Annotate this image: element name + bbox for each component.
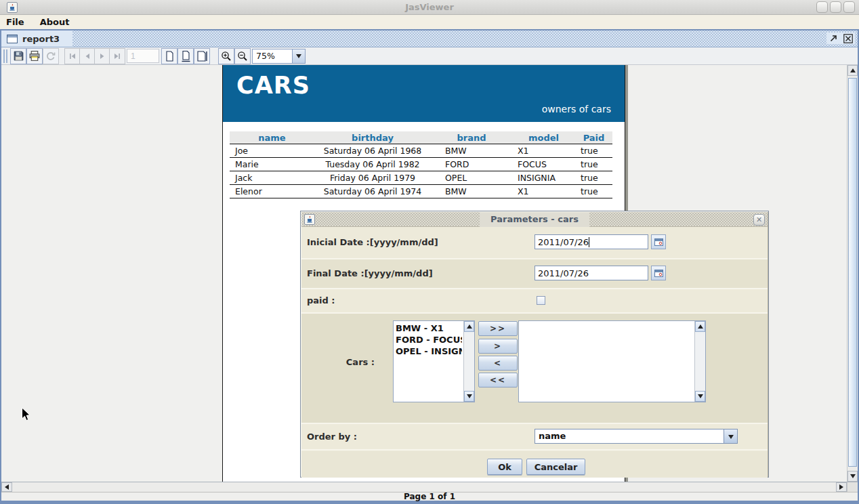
table-cell: true <box>575 186 612 196</box>
final-date-calendar-button[interactable] <box>651 266 666 280</box>
table-cell: true <box>575 159 612 169</box>
list-scrollbar[interactable] <box>694 321 705 402</box>
menubar: File About <box>0 15 859 29</box>
scrollbar-corner <box>847 482 858 492</box>
scroll-up-button[interactable] <box>464 321 474 332</box>
add-all-button[interactable]: >> <box>478 321 518 336</box>
menu-about[interactable]: About <box>34 15 76 29</box>
scroll-down-button[interactable] <box>464 391 474 402</box>
remove-one-button[interactable]: < <box>478 356 518 371</box>
order-by-combo[interactable]: name <box>535 429 738 444</box>
column-header: brand <box>431 133 512 143</box>
table-row: JoeSaturday 06 April 1968BMWX1true <box>230 144 612 158</box>
table-cell: Saturday 06 April 1974 <box>314 186 431 196</box>
paid-label: paid : <box>307 295 335 306</box>
list-item[interactable]: OPEL - INSIGNIA <box>396 345 462 357</box>
table-cell: Elenor <box>230 186 314 196</box>
dialog-titlebar[interactable]: Parameters - cars ✕ <box>301 212 768 227</box>
save-button[interactable] <box>10 48 26 64</box>
zoom-out-icon <box>237 51 248 62</box>
scroll-up-button[interactable] <box>847 65 858 76</box>
actual-size-button[interactable] <box>161 48 177 64</box>
table-cell: Friday 06 April 1979 <box>314 173 431 183</box>
order-by-row: Order by : name <box>301 424 768 449</box>
java-cup-icon <box>306 215 314 224</box>
parameters-dialog: Parameters - cars ✕ Inicial Date :[yyyy/… <box>300 211 769 478</box>
list-item[interactable]: FORD - FOCUS <box>396 334 462 345</box>
chevron-down-icon <box>296 54 301 61</box>
toolbar-drag-handle[interactable] <box>3 49 8 63</box>
column-header: name <box>230 133 314 143</box>
maximize-button[interactable] <box>830 1 841 13</box>
dialog-close-button[interactable]: ✕ <box>753 214 765 226</box>
next-page-button[interactable] <box>95 49 110 64</box>
initial-date-input[interactable] <box>535 234 648 249</box>
dialog-button-row: Ok Cancelar <box>301 451 768 478</box>
selected-cars-items <box>521 322 693 400</box>
table-cell: X1 <box>512 146 575 156</box>
internal-frame-titlebar[interactable]: report3 <box>1 30 858 47</box>
window-title: JasViewer <box>0 0 859 15</box>
last-page-icon <box>113 52 121 60</box>
initial-date-row: Inicial Date :[yyyy/mm/dd] <box>301 227 768 258</box>
menu-file[interactable]: File <box>0 15 30 29</box>
cars-row: Cars : BMW - X1FORD - FOCUSOPEL - INSIGN… <box>301 314 768 423</box>
report-table: namebirthdaybrandmodelPaid JoeSaturday 0… <box>230 131 612 198</box>
frame-maximize-button[interactable] <box>828 33 839 44</box>
fit-width-icon <box>196 50 207 62</box>
scroll-right-button[interactable] <box>836 482 847 492</box>
fit-width-button[interactable] <box>194 48 210 64</box>
close-button[interactable] <box>843 1 855 13</box>
fit-page-button[interactable] <box>177 48 194 64</box>
selected-cars-list[interactable] <box>518 320 706 402</box>
reload-icon <box>45 51 56 62</box>
print-button[interactable] <box>26 48 43 64</box>
first-page-button[interactable] <box>65 49 80 64</box>
application-window: JasViewer File About report3 <box>0 0 859 504</box>
zoom-combo-arrow-button[interactable] <box>292 49 305 63</box>
column-header: model <box>512 133 575 143</box>
horizontal-scrollbar[interactable] <box>1 482 858 492</box>
last-page-button[interactable] <box>110 49 125 64</box>
final-date-input[interactable] <box>535 266 648 280</box>
reload-button[interactable] <box>43 48 59 64</box>
list-scrollbar[interactable] <box>463 321 474 402</box>
order-by-value: name <box>535 429 724 443</box>
next-page-icon <box>98 52 106 60</box>
scroll-down-button[interactable] <box>847 471 858 482</box>
final-date-label: Final Date :[yyyy/mm/dd] <box>307 268 433 278</box>
initial-date-calendar-button[interactable] <box>651 234 666 249</box>
paid-row: paid : <box>301 289 768 312</box>
add-one-button[interactable]: > <box>478 339 518 354</box>
zoom-in-button[interactable] <box>218 48 234 64</box>
previous-page-button[interactable] <box>80 49 95 64</box>
zoom-out-button[interactable] <box>234 48 251 64</box>
available-cars-list[interactable]: BMW - X1FORD - FOCUSOPEL - INSIGNIA <box>393 320 475 402</box>
cancel-button[interactable]: Cancelar <box>526 459 585 475</box>
dialog-java-icon <box>304 214 315 225</box>
table-cell: OPEL <box>431 173 512 183</box>
scroll-down-button[interactable] <box>695 391 705 402</box>
remove-all-button[interactable]: << <box>478 373 518 387</box>
zoom-level-combo[interactable]: 75% <box>252 49 306 64</box>
available-cars-items: BMW - X1FORD - FOCUSOPEL - INSIGNIA <box>396 322 462 400</box>
scroll-up-button[interactable] <box>695 321 705 332</box>
window-titlebar: JasViewer <box>0 0 859 15</box>
list-item[interactable]: BMW - X1 <box>396 322 462 334</box>
frame-close-button[interactable] <box>842 33 854 44</box>
internal-frame-title: report3 <box>22 34 60 44</box>
scroll-left-button[interactable] <box>1 482 12 492</box>
ok-button[interactable]: Ok <box>487 459 522 475</box>
combo-arrow-button[interactable] <box>724 429 737 443</box>
arrow-right-icon <box>839 484 846 490</box>
minimize-button[interactable] <box>816 1 828 13</box>
vertical-scrollbar-thumb[interactable] <box>848 78 857 467</box>
final-date-row: Final Date :[yyyy/mm/dd] <box>301 259 768 288</box>
page-number-field[interactable] <box>127 49 159 63</box>
fit-page-icon <box>181 50 191 62</box>
table-cell: Saturday 06 April 1968 <box>314 146 431 156</box>
paid-checkbox[interactable] <box>537 296 545 305</box>
table-cell: true <box>575 173 612 183</box>
vertical-scrollbar[interactable] <box>847 65 858 482</box>
report-header-band: CARS owners of cars <box>223 65 625 122</box>
